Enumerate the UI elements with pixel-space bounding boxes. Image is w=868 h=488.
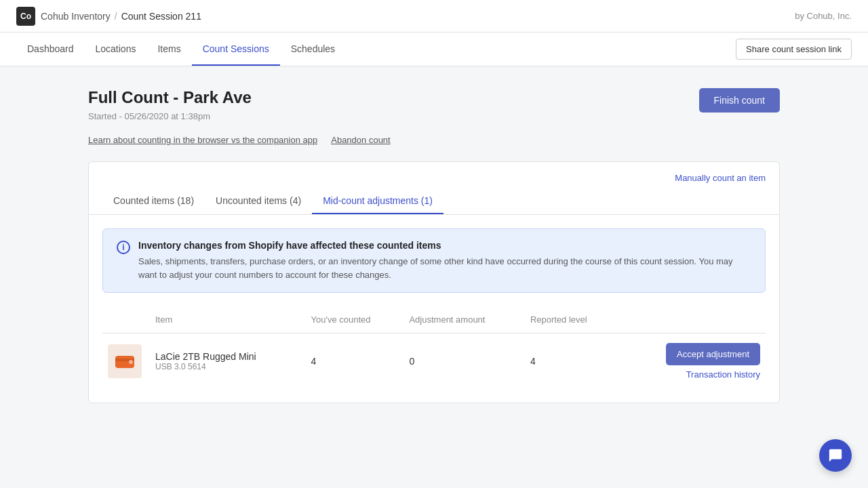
page-links: Learn about counting in the browser vs t…: [88, 135, 780, 145]
nav-item-locations[interactable]: Locations: [85, 33, 147, 66]
item-thumbnail-cell: [102, 333, 150, 390]
breadcrumb-current: Count Session 211: [121, 11, 201, 22]
breadcrumb-app-name: Cohub Inventory: [41, 11, 111, 22]
page-header-left: Full Count - Park Ave Started - 05/26/20…: [88, 88, 252, 132]
adjustments-table: Item You've counted Adjustment amount Re…: [102, 306, 766, 389]
reported-cell: 4: [525, 333, 619, 390]
col-actions: [619, 306, 766, 333]
table-row: LaCie 2TB Rugged Mini USB 3.0 5614 4 0 4…: [102, 333, 766, 390]
tab-uncounted-items[interactable]: Uncounted items (4): [205, 188, 312, 214]
tab-mid-count-adjustments[interactable]: Mid-count adjustments (1): [312, 188, 443, 214]
top-bar-left: Co Cohub Inventory / Count Session 211: [16, 7, 201, 26]
finish-count-button[interactable]: Finish count: [699, 88, 780, 113]
page-header-row: Full Count - Park Ave Started - 05/26/20…: [88, 88, 780, 132]
alert-body: Sales, shipments, transfers, purchase or…: [138, 255, 751, 281]
svg-point-2: [129, 360, 133, 364]
breadcrumb-separator: /: [115, 11, 117, 22]
main-card: Manually count an item Counted items (18…: [88, 161, 780, 403]
col-counted: You've counted: [305, 306, 403, 333]
nav-item-dashboard[interactable]: Dashboard: [16, 33, 85, 66]
nav-item-items[interactable]: Items: [146, 33, 191, 66]
nav-bar: Dashboard Locations Items Count Sessions…: [0, 33, 868, 66]
transaction-history-link[interactable]: Transaction history: [625, 369, 760, 380]
action-cell: Accept adjustment Transaction history: [619, 333, 766, 390]
app-logo: Co: [16, 7, 35, 26]
alert-title: Inventory changes from Shopify have affe…: [138, 240, 751, 251]
alert-content: Inventory changes from Shopify have affe…: [138, 240, 751, 281]
lacie-drive-icon: [113, 349, 137, 373]
col-item: Item: [150, 306, 305, 333]
item-thumbnail: [108, 344, 142, 378]
page-started: Started - 05/26/2020 at 1:38pm: [88, 111, 252, 121]
nav-items: Dashboard Locations Items Count Sessions…: [16, 33, 346, 66]
main-content: Full Count - Park Ave Started - 05/26/20…: [61, 66, 807, 425]
counted-cell: 4: [305, 333, 403, 390]
nav-item-schedules[interactable]: Schedules: [280, 33, 346, 66]
page-title: Full Count - Park Ave: [88, 88, 252, 107]
info-icon: i: [117, 241, 130, 254]
card-top: Manually count an item: [89, 162, 779, 183]
item-name-cell: LaCie 2TB Rugged Mini USB 3.0 5614: [150, 333, 305, 390]
abandon-count-link[interactable]: Abandon count: [331, 135, 390, 145]
col-adjustment: Adjustment amount: [403, 306, 524, 333]
adjustment-cell: 0: [403, 333, 524, 390]
tabs: Counted items (18) Uncounted items (4) M…: [89, 188, 779, 215]
item-sku: USB 3.0 5614: [155, 362, 300, 371]
table-header-row: Item You've counted Adjustment amount Re…: [102, 306, 766, 333]
browser-vs-app-link[interactable]: Learn about counting in the browser vs t…: [88, 135, 317, 145]
col-reported: Reported level: [525, 306, 619, 333]
item-name: LaCie 2TB Rugged Mini: [155, 351, 300, 362]
nav-item-count-sessions[interactable]: Count Sessions: [192, 33, 280, 66]
top-bar: Co Cohub Inventory / Count Session 211 b…: [0, 0, 868, 33]
col-thumbnail: [102, 306, 150, 333]
alert-box: i Inventory changes from Shopify have af…: [102, 228, 766, 293]
top-bar-byline: by Cohub, Inc.: [795, 11, 852, 21]
table-wrap: Item You've counted Adjustment amount Re…: [89, 306, 779, 403]
tab-counted-items[interactable]: Counted items (18): [102, 188, 205, 214]
breadcrumb: Cohub Inventory / Count Session 211: [41, 11, 201, 22]
manually-count-link[interactable]: Manually count an item: [675, 173, 766, 183]
share-count-session-button[interactable]: Share count session link: [736, 39, 852, 60]
accept-adjustment-button[interactable]: Accept adjustment: [666, 343, 760, 365]
